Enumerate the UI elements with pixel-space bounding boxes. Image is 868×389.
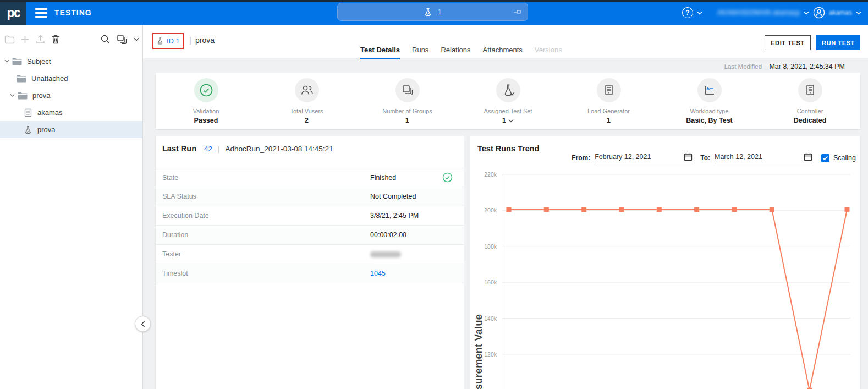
window-edge bbox=[0, 0, 868, 2]
last-run-row-sla: SLA Status Not Completed bbox=[156, 187, 464, 206]
folder-icon bbox=[12, 57, 22, 65]
pc-logo-text: pc bbox=[7, 6, 20, 20]
controller-icon bbox=[804, 84, 816, 97]
to-date-field[interactable]: March 12, 2021 bbox=[715, 152, 812, 163]
folder-icon bbox=[17, 74, 26, 83]
calendar-icon[interactable] bbox=[684, 152, 693, 161]
last-run-id-link[interactable]: 42 bbox=[204, 145, 212, 153]
last-run-row-tester: Tester bbox=[156, 245, 464, 264]
test-id: ID 1 bbox=[167, 37, 180, 45]
trend-line-chart[interactable] bbox=[502, 171, 856, 389]
test-runs-trend-card: Test Runs Trend From: February 12, 2021 … bbox=[470, 136, 860, 389]
scaling-checkbox[interactable] bbox=[821, 154, 829, 162]
hamburger-menu-icon[interactable] bbox=[35, 8, 47, 18]
test-icon bbox=[24, 125, 32, 134]
tree-item-label: Unattached bbox=[31, 74, 68, 83]
tab-relations[interactable]: Relations bbox=[441, 46, 470, 59]
last-run-table: State Finished SLA Status Not Completed … bbox=[156, 168, 464, 283]
detail-tabs: Test Details Runs Relations Attachments … bbox=[360, 46, 562, 59]
layers-icon[interactable] bbox=[117, 34, 128, 45]
pc-logo[interactable]: pc bbox=[0, 0, 26, 25]
users-icon bbox=[300, 84, 314, 97]
new-folder-icon[interactable] bbox=[4, 34, 15, 45]
add-icon[interactable] bbox=[20, 34, 30, 45]
layers-chevron-icon[interactable] bbox=[134, 37, 139, 41]
title-separator: | bbox=[189, 35, 191, 45]
tree-toolbar bbox=[0, 25, 142, 53]
groups-icon bbox=[401, 84, 414, 97]
last-run-name: AdhocRun_2021-03-08 14:45:21 bbox=[226, 145, 333, 153]
edit-test-button[interactable]: EDIT TEST bbox=[765, 35, 811, 50]
from-date-field[interactable]: February 12, 2021 bbox=[595, 152, 693, 163]
summary-validation: Validation Passed bbox=[156, 73, 256, 129]
trend-chart: 220k200k180k160k140k120k bbox=[470, 171, 860, 389]
test-id-highlight-box[interactable]: ID 1 bbox=[152, 33, 184, 49]
project-chevron-icon[interactable] bbox=[804, 11, 809, 15]
y-tick-label: 200k bbox=[470, 207, 497, 213]
test-summary-card: Validation Passed Total Vusers 2 Number … bbox=[156, 73, 860, 129]
tree-item-unattached[interactable]: Unattached bbox=[0, 70, 142, 87]
last-modified-label: Last Modified bbox=[724, 63, 762, 70]
summary-total-vusers: Total Vusers 2 bbox=[256, 73, 357, 129]
load-generator-icon bbox=[603, 84, 615, 97]
tree-item-prova-test[interactable]: prova bbox=[0, 121, 142, 138]
test-tree: Subject Unattached prova akamas prova bbox=[0, 53, 142, 138]
last-run-row-duration: Duration 00:00:02.00 bbox=[156, 226, 464, 245]
y-tick-label: 180k bbox=[470, 243, 497, 250]
redacted-tester-value bbox=[370, 251, 401, 257]
expand-chevron-icon[interactable] bbox=[10, 94, 15, 97]
workload-type-icon bbox=[703, 84, 716, 97]
scaling-label: Scaling bbox=[833, 154, 856, 162]
y-tick-label: 160k bbox=[470, 279, 497, 286]
folder-icon bbox=[18, 91, 28, 100]
project-selector[interactable]: AKAMASDOMAIN akamasproject bbox=[717, 9, 800, 17]
delete-icon[interactable] bbox=[51, 34, 61, 45]
help-icon[interactable]: ? bbox=[682, 7, 693, 18]
test-title: prova bbox=[195, 36, 215, 45]
test-set-chevron-icon[interactable] bbox=[508, 119, 514, 123]
user-chevron-icon[interactable] bbox=[856, 11, 861, 15]
last-run-row-timeslot: Timeslot 1045 bbox=[156, 264, 464, 283]
last-run-card: Last Run 42 | AdhocRun_2021-03-08 14:45:… bbox=[156, 136, 464, 389]
test-set-icon bbox=[502, 84, 515, 97]
summary-controller: Controller Dedicated bbox=[760, 73, 860, 129]
tab-runs[interactable]: Runs bbox=[412, 46, 428, 59]
pin-icon[interactable] bbox=[513, 8, 522, 17]
tree-item-prova-folder[interactable]: prova bbox=[0, 87, 142, 104]
tree-item-akamas[interactable]: akamas bbox=[0, 104, 142, 121]
pinned-items-tray[interactable]: 1 bbox=[337, 3, 528, 21]
run-test-button[interactable]: RUN TEST bbox=[816, 35, 860, 50]
validation-passed-icon bbox=[199, 83, 214, 98]
app-title: TESTING bbox=[54, 8, 92, 17]
summary-assigned-test-set: Assigned Test Set 1 bbox=[458, 73, 558, 129]
user-name[interactable]: akamas bbox=[829, 9, 852, 17]
y-tick-label: 220k bbox=[470, 171, 497, 178]
summary-number-of-groups: Number of Groups 1 bbox=[357, 73, 458, 129]
y-axis-title: Measurement Value bbox=[473, 314, 485, 389]
last-modified-value: Mar 8, 2021, 2:45:34 PM bbox=[769, 63, 845, 70]
upload-icon[interactable] bbox=[35, 34, 46, 45]
user-icon[interactable] bbox=[813, 7, 825, 19]
script-icon bbox=[24, 108, 32, 117]
tree-item-subject[interactable]: Subject bbox=[0, 53, 142, 70]
last-modified: Last Modified Mar 8, 2021, 2:45:34 PM bbox=[633, 63, 845, 70]
to-label: To: bbox=[700, 154, 710, 162]
expand-chevron-icon[interactable] bbox=[4, 59, 9, 63]
trend-controls: From: February 12, 2021 To: March 12, 20… bbox=[572, 152, 856, 163]
tab-attachments[interactable]: Attachments bbox=[483, 46, 523, 59]
search-icon[interactable] bbox=[100, 34, 111, 45]
tree-item-label: akamas bbox=[37, 108, 63, 117]
sidebar-collapse-button[interactable] bbox=[135, 316, 151, 332]
tray-count: 1 bbox=[437, 8, 441, 16]
help-chevron-icon[interactable] bbox=[697, 11, 702, 15]
test-tree-sidebar: Subject Unattached prova akamas prova bbox=[0, 25, 143, 389]
calendar-icon[interactable] bbox=[804, 152, 812, 161]
tab-versions: Versions bbox=[535, 46, 562, 59]
from-label: From: bbox=[572, 154, 590, 162]
collapse-chevron-icon bbox=[141, 321, 145, 327]
tab-test-details[interactable]: Test Details bbox=[360, 46, 400, 59]
timeslot-link[interactable]: 1045 bbox=[370, 270, 464, 277]
summary-load-generator: Load Generator 1 bbox=[558, 73, 659, 129]
tree-item-label: Subject bbox=[27, 57, 51, 65]
tree-item-label: prova bbox=[32, 91, 51, 100]
